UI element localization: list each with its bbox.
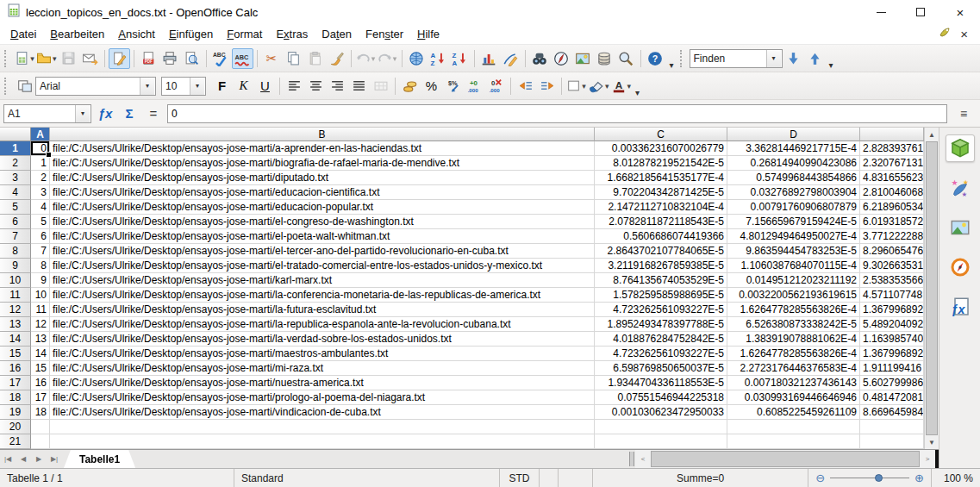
cell[interactable]: 0.07551546944225318 (595, 390, 727, 405)
standard-format-button[interactable]: $% (442, 76, 464, 97)
cell[interactable]: 2.810046068 (860, 185, 924, 200)
cell[interactable]: 6.598769850650037E-5 (595, 361, 727, 376)
cell[interactable]: file:/C:/Users/Ulrike/Desktop/ensayos-jo… (50, 185, 595, 200)
cell[interactable]: 8.764135674053529E-5 (595, 273, 727, 288)
first-sheet-button[interactable]: |◀ (0, 450, 16, 468)
zoom-button[interactable] (615, 48, 637, 69)
cell[interactable] (31, 434, 50, 449)
cell-reference-input[interactable] (4, 108, 75, 120)
cell[interactable]: 1.383919078881062E-4 (727, 332, 860, 347)
cell[interactable]: 0.03276892798003904 (727, 185, 860, 200)
chevron-down-icon[interactable]: ▾ (627, 82, 632, 91)
row-header[interactable]: 4 (0, 185, 31, 200)
row-header[interactable]: 10 (0, 273, 31, 288)
cell[interactable]: file:/C:/Users/Ulrike/Desktop/ensayos-jo… (50, 405, 595, 420)
cell[interactable]: file:/C:/Users/Ulrike/Desktop/ensayos-jo… (50, 361, 595, 376)
cell[interactable]: 4.723262561093227E-5 (595, 347, 727, 361)
zoom-slider-thumb[interactable] (875, 474, 883, 482)
cell[interactable]: file:/C:/Users/Ulrike/Desktop/ensayos-jo… (50, 171, 595, 185)
row-header[interactable]: 2 (0, 156, 31, 171)
cell[interactable]: 6 (31, 229, 50, 244)
vertical-scrollbar-thumb[interactable] (926, 141, 938, 435)
cell[interactable]: 0.481472081 (860, 390, 924, 405)
formula-input-line[interactable]: 0 (167, 104, 947, 123)
new-document-button[interactable]: ▾ (14, 48, 35, 69)
cell[interactable]: 2.538353566 (860, 273, 924, 288)
sidebar-tab-functions[interactable]: ƒx (946, 293, 975, 321)
cell[interactable]: file:/C:/Users/Ulrike/Desktop/ensayos-jo… (50, 259, 595, 273)
print-button[interactable] (159, 48, 181, 69)
close-button[interactable]: × (940, 0, 980, 24)
zoom-slider[interactable] (830, 478, 909, 478)
decrease-indent-button[interactable] (515, 76, 536, 97)
cell[interactable]: 0.5606686074419366 (595, 229, 727, 244)
formula-button[interactable]: = (143, 106, 164, 121)
cell[interactable]: 4.571107748 (860, 288, 924, 303)
zoom-out-icon[interactable]: ⊖ (815, 471, 825, 484)
cell[interactable]: 2.2723176446376583E-4 (727, 361, 860, 376)
function-wizard-button[interactable]: ƒx (95, 106, 115, 121)
menu-item[interactable]: Extras (269, 25, 315, 43)
toolbar-grip[interactable] (680, 50, 686, 67)
cell[interactable]: 15 (31, 361, 50, 376)
cell[interactable]: 2.828393761 (860, 141, 924, 156)
cell[interactable]: 6.218960534 (860, 200, 924, 215)
data-sources-button[interactable] (594, 48, 615, 69)
export-pdf-button[interactable]: PDF (138, 48, 159, 69)
cell[interactable]: 4.831655623 (860, 171, 924, 185)
borders-button[interactable]: ▾ (565, 76, 587, 97)
cell[interactable] (860, 420, 924, 434)
page-preview-button[interactable] (181, 48, 203, 69)
cell[interactable]: 2.0782811872118543E-5 (595, 215, 727, 229)
font-name-input[interactable] (36, 80, 140, 92)
cell[interactable]: 4 (31, 200, 50, 215)
cell[interactable]: 0.6085225459261109 (727, 405, 860, 420)
background-color-button[interactable]: ▾ (587, 76, 610, 97)
cell[interactable]: 0.007180321237436143 (727, 376, 860, 390)
cell[interactable]: 1.6264778285563826E-4 (727, 303, 860, 317)
cell[interactable]: file:/C:/Users/Ulrike/Desktop/ensayos-jo… (50, 376, 595, 390)
styles-button[interactable] (14, 76, 35, 97)
status-page-style[interactable]: Standard (234, 469, 500, 487)
column-header[interactable]: C (595, 128, 727, 141)
chevron-down-icon[interactable]: ▾ (190, 78, 204, 95)
scroll-right-button[interactable]: > (920, 450, 935, 468)
row-header[interactable]: 13 (0, 317, 31, 332)
sheet-grid[interactable]: ABCD10file:/C:/Users/Ulrike/Desktop/ensa… (0, 128, 924, 449)
row-header[interactable]: 8 (0, 244, 31, 259)
cell[interactable]: 13 (31, 332, 50, 347)
row-header[interactable]: 15 (0, 347, 31, 361)
cell[interactable]: 3.2119168267859385E-5 (595, 259, 727, 273)
cell[interactable]: 1.367996892 (860, 303, 924, 317)
cell[interactable]: 1.8952493478397788E-5 (595, 317, 727, 332)
row-header[interactable]: 18 (0, 390, 31, 405)
cell[interactable] (595, 434, 727, 449)
cell[interactable]: 4.8012949464950027E-4 (727, 229, 860, 244)
chevron-down-icon[interactable]: ▾ (75, 105, 90, 122)
toolbar-overflow-button[interactable]: ▾ (826, 60, 837, 70)
cell[interactable]: 3.771222288 (860, 229, 924, 244)
previous-sheet-button[interactable]: ◀ (16, 450, 31, 468)
chevron-down-icon[interactable]: ▾ (605, 82, 609, 91)
cell[interactable]: file:/C:/Users/Ulrike/Desktop/ensayos-jo… (50, 141, 595, 156)
cell[interactable]: 1.9344704336118553E-5 (595, 376, 727, 390)
cell[interactable]: 9.702204342871425E-5 (595, 185, 727, 200)
cell[interactable]: 5.489204092 (860, 317, 924, 332)
scroll-down-icon[interactable]: ▼ (925, 435, 939, 449)
draw-functions-button[interactable] (500, 48, 521, 69)
cell[interactable]: 8.669645984 (860, 405, 924, 420)
cell[interactable]: 7 (31, 244, 50, 259)
select-all-corner[interactable] (0, 128, 31, 141)
underline-button[interactable]: U (254, 76, 276, 97)
find-previous-button[interactable] (804, 48, 826, 69)
menubar-logo-icon[interactable] (938, 26, 952, 42)
cell[interactable]: 8 (31, 259, 50, 273)
cell[interactable]: 1 (31, 156, 50, 171)
menu-item[interactable]: Hilfe (410, 25, 446, 43)
column-header[interactable] (860, 128, 924, 141)
menu-item[interactable]: Format (220, 25, 269, 43)
cell[interactable]: 9 (31, 273, 50, 288)
cell[interactable]: 3.362814469217715E-4 (727, 141, 860, 156)
sidebar-tab-gallery[interactable] (946, 214, 975, 241)
help-button[interactable]: ? (645, 48, 666, 69)
